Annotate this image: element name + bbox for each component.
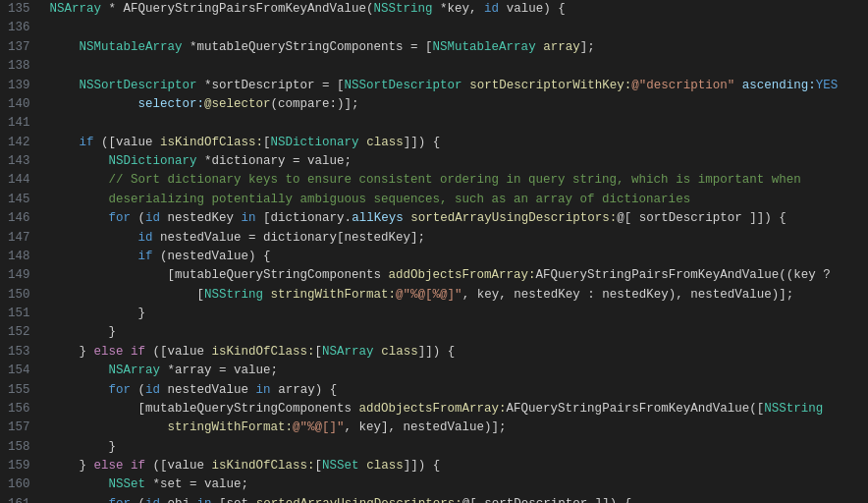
code-line: NSArray * AFQueryStringPairsFromKeyAndVa…	[50, 0, 868, 19]
line-number: 152	[8, 323, 30, 342]
line-number: 137	[8, 38, 30, 57]
code-line	[50, 19, 868, 37]
code-line	[50, 57, 868, 76]
plain-token: }	[50, 307, 146, 320]
str-token: @"description"	[631, 79, 734, 92]
plain-token	[50, 154, 109, 168]
type-token: NSString	[204, 288, 263, 302]
code-line: NSMutableArray *mutableQueryStringCompon…	[50, 38, 868, 57]
plain-token: nestedValue	[160, 383, 256, 397]
plain-token: ([value	[145, 345, 212, 359]
plain-token: nestedKey	[160, 211, 242, 225]
plain-token: , key, nestedKey : nestedKey), nestedVal…	[462, 288, 794, 302]
line-number: 160	[8, 475, 30, 494]
kw-token: id	[138, 231, 153, 245]
type-token: NSString	[374, 2, 433, 16]
plain-token: ([value	[94, 136, 161, 149]
code-line: NSDictionary *dictionary = value;	[50, 152, 868, 171]
plain-token: [mutableQueryStringComponents	[50, 402, 359, 416]
param-token: allKeys	[352, 211, 404, 225]
type-token: NSDictionary	[109, 154, 197, 168]
code-line: NSArray *array = value;	[50, 362, 868, 380]
line-number: 159	[8, 457, 30, 475]
kw-token: if	[80, 136, 94, 149]
code-line: deserializing potentially ambiguous sequ…	[50, 191, 868, 209]
type-token: NSMutableArray	[80, 40, 183, 54]
kw-token: for	[109, 497, 132, 503]
line-number: 151	[8, 305, 30, 323]
plain-token: ]]) {	[404, 136, 441, 149]
code-line: [NSString stringWithFormat:@"%@[%@]", ke…	[50, 286, 868, 305]
plain-token: }	[50, 459, 94, 473]
type-token: NSArray	[109, 363, 161, 377]
plain-token: ];	[580, 40, 595, 54]
line-number: 145	[8, 191, 30, 209]
bool-token: YES	[816, 79, 839, 92]
plain-token: array) {	[271, 383, 338, 397]
plain-token: value) {	[499, 2, 566, 16]
line-number: 142	[8, 134, 30, 152]
plain-token: *key,	[433, 2, 485, 16]
kw-token: in	[256, 383, 271, 397]
code-content[interactable]: NSArray * AFQueryStringPairsFromKeyAndVa…	[40, 0, 868, 503]
code-line: }	[50, 438, 868, 457]
code-line: for (id nestedKey in [dictionary.allKeys…	[50, 209, 868, 228]
plain-token	[50, 363, 109, 377]
method-token: class	[366, 136, 404, 149]
plain-token: ]]) {	[404, 459, 441, 473]
kw-token: for	[109, 211, 132, 225]
method-token: sortedArrayUsingDescriptors:	[410, 211, 617, 225]
method-token: isKindOfClass:	[160, 136, 263, 149]
plain-token: AFQueryStringPairsFromKeyAndValue([	[507, 402, 765, 416]
line-number: 153	[8, 343, 30, 362]
plain-token	[50, 497, 109, 503]
code-line: stringWithFormat:@"%@[]", key], nestedVa…	[50, 419, 868, 437]
method-token: array	[543, 40, 580, 54]
plain-token	[50, 193, 109, 206]
line-number: 138	[8, 57, 30, 76]
plain-token	[462, 79, 470, 92]
type-token: NSArray	[322, 345, 374, 359]
code-line: } else if ([value isKindOfClass:[NSSet c…	[50, 457, 868, 475]
kw-token: id	[484, 2, 499, 16]
plain-token: [dictionary.	[256, 211, 353, 225]
plain-token	[359, 459, 367, 473]
kw-token: for	[109, 383, 132, 397]
code-line: }	[50, 323, 868, 342]
kw-token: id	[145, 383, 160, 397]
plain-token	[734, 79, 742, 92]
comment-token: // Sort dictionary keys to ensure consis…	[109, 173, 801, 187]
plain-token: [	[50, 288, 205, 302]
plain-token	[359, 136, 367, 149]
code-editor: 1351361371381391401411421431441451461471…	[0, 0, 868, 503]
line-numbers-gutter: 1351361371381391401411421431441451461471…	[0, 0, 40, 503]
plain-token: (compare:)];	[271, 97, 359, 111]
plain-token	[50, 40, 80, 54]
method-token: addObjectsFromArray:	[389, 268, 536, 282]
kw-token: if	[138, 250, 153, 263]
kw-token: id	[145, 211, 160, 225]
line-number: 157	[8, 419, 30, 437]
line-number: 150	[8, 286, 30, 305]
kw-token: in	[197, 497, 212, 503]
plain-token: obj	[160, 497, 197, 503]
code-line: // Sort dictionary keys to ensure consis…	[50, 171, 868, 190]
plain-token: *sortDescriptor = [	[197, 79, 345, 92]
plain-token: *mutableQueryStringComponents = [	[183, 40, 433, 54]
method-token: class	[366, 459, 404, 473]
plain-token: }	[50, 325, 117, 339]
line-number: 155	[8, 381, 30, 400]
plain-token: (	[131, 211, 145, 225]
type-token: NSSortDescriptor	[80, 79, 197, 92]
plain-token	[50, 420, 168, 434]
kw-token: id	[145, 497, 160, 503]
line-number: 148	[8, 248, 30, 266]
plain-token	[50, 79, 80, 92]
plain-token	[263, 288, 271, 302]
line-number: 144	[8, 171, 30, 190]
line-number: 158	[8, 438, 30, 457]
kw2-token: else if	[94, 345, 146, 359]
code-line: if (nestedValue) {	[50, 248, 868, 266]
plain-token: (nestedValue) {	[153, 250, 271, 263]
plain-token	[50, 173, 109, 187]
